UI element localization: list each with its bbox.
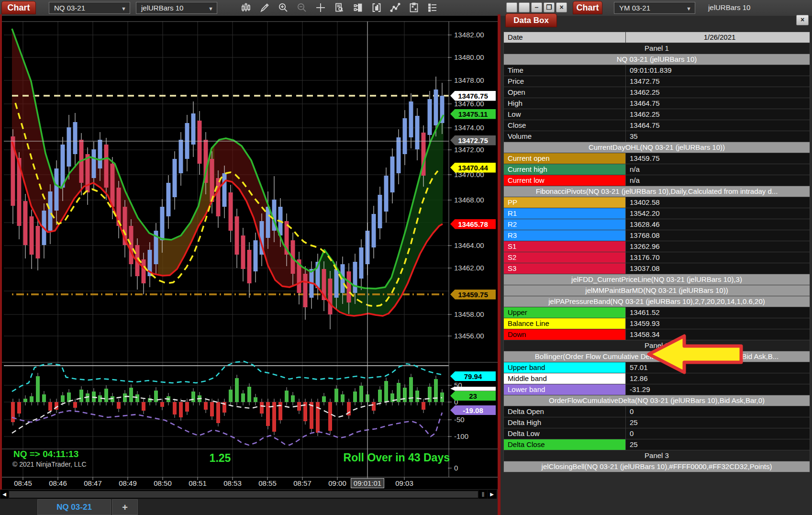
databox-row-label: R3 [504, 230, 625, 241]
databox-row: Open13462.25 [504, 87, 810, 98]
axis-tick-label: 13474.00 [454, 123, 494, 132]
session-countdown: NQ => 04:11:13 [13, 449, 78, 459]
databox-row-label: Delta High [504, 417, 625, 428]
databox-row: OrderFlowCumulativeDelta(NQ 03-21 (jelUR… [504, 395, 810, 406]
scroll-left-button[interactable]: ◀ [0, 490, 8, 499]
databox-row-value: 13542.20 [626, 208, 810, 219]
strategies-icon [408, 2, 420, 13]
draw-button[interactable] [257, 1, 272, 14]
zoom-in-button[interactable] [276, 1, 291, 14]
databox-row: Lower band-31.29 [504, 384, 810, 395]
databox-section-header: CurrentDayOHL(NQ 03-21 (jelURBars 10)) [504, 142, 810, 153]
databox-row-value: 09:01:01.839 [626, 65, 810, 76]
price-marker-tag: 13472.75 [450, 135, 496, 146]
strategies-button[interactable] [406, 1, 422, 14]
databox-row-value: 13628.46 [626, 219, 810, 230]
axis-tick-label: 13458.00 [454, 310, 494, 319]
databox-title-tab[interactable]: Data Box [505, 13, 557, 27]
window-minimize-button[interactable]: – [531, 2, 542, 12]
window-restore-button[interactable]: ❐ [544, 2, 555, 12]
add-tab-button[interactable]: + [112, 499, 138, 515]
databox-section-header: jelClosingBell(NQ 03-21 (jelURBars 10),#… [504, 461, 810, 472]
window-blank-1-button[interactable] [506, 2, 517, 12]
zoom-out-button[interactable] [294, 1, 310, 14]
time-axis-label: 08:50 [146, 479, 179, 487]
databox-row-value: 13462.25 [626, 87, 810, 98]
databox-row-label: Lower band [504, 384, 625, 395]
chart-scrollbar[interactable]: ◀ || ▶ [0, 490, 497, 499]
databox-row-value: 0 [626, 428, 810, 439]
databox-row-label: High [504, 98, 625, 109]
databox-row-value: n/a [626, 164, 810, 175]
databox-row-label: Middle band [504, 373, 625, 384]
databox-section-header: Panel 3 [504, 450, 810, 461]
databox-row: Panel 3 [504, 450, 810, 461]
tab-nq-03-21[interactable]: NQ 03-21 [37, 499, 111, 515]
window-blank-2-button[interactable] [519, 2, 530, 12]
databox-row: Delta Close25 [504, 439, 810, 450]
window-close-button[interactable]: × [556, 2, 567, 12]
bottom-tab-bar: NQ 03-21 + [0, 499, 498, 515]
bar-type-button[interactable] [369, 1, 384, 14]
databox-row-value: 13768.08 [626, 230, 810, 241]
rollover-warning: Roll Over in 43 Days [330, 451, 450, 464]
databox-row-label: Close [504, 120, 625, 131]
databox-row-label: Low [504, 109, 625, 120]
properties-button[interactable] [425, 1, 440, 14]
databox-row: PP13402.58 [504, 197, 810, 208]
price-marker-tag: 23 [450, 391, 496, 401]
axis-tick-label: 13476.00 [454, 100, 494, 108]
databox-row: S313037.08 [504, 263, 810, 274]
databox-section-header: OrderFlowCumulativeDelta(NQ 03-21 (jelUR… [504, 395, 810, 406]
databox-row-value: 13461.52 [626, 307, 810, 318]
scroll-grip[interactable]: || [479, 490, 487, 499]
axis-tick-label: 13464.00 [454, 241, 494, 250]
databox-row-label: Down [504, 329, 625, 340]
databox-row: FibonacciPivots(NQ 03-21 (jelURBars 10),… [504, 186, 810, 197]
instrument-value: NQ 03-21 [54, 4, 85, 12]
databox-row: Delta Low0 [504, 428, 810, 439]
crosshair-button[interactable] [313, 1, 328, 14]
databox-row-value: 25 [626, 439, 810, 450]
copyright-label: © 2021 NinjaTrader, LLC [12, 460, 87, 468]
databox-row-value: 25 [626, 417, 810, 428]
right-series-label: jelURBars 10 [708, 3, 750, 11]
axis-tick-label: 13456.00 [454, 332, 494, 340]
time-axis-label: 08:46 [41, 479, 75, 487]
axis-tick-label: 13478.00 [454, 76, 494, 85]
databox-close-button[interactable]: × [796, 15, 809, 25]
instrument-select[interactable]: NQ 03-21 ▼ [49, 2, 130, 14]
databox-row: Delta High25 [504, 417, 810, 428]
left-chart-window-tab[interactable]: Chart [1, 1, 36, 14]
databox-row-label: Upper band [504, 362, 625, 373]
series-select[interactable]: jelURBars 10 ▼ [136, 2, 217, 14]
databox-section-header: jelPAPressureBand(NQ 03-21 (jelURBars 10… [504, 296, 810, 307]
time-axis-label: 08:45 [6, 479, 40, 487]
scroll-thumb[interactable] [9, 491, 478, 498]
time-axis-label: 08:55 [251, 479, 284, 487]
scroll-right-button[interactable]: ▶ [488, 490, 496, 499]
chart-style-button[interactable] [238, 1, 254, 14]
databox-row-label: Balance Line [504, 318, 625, 329]
panel-button[interactable] [350, 1, 366, 14]
databox-row-label: Current high [504, 164, 625, 175]
time-axis-label: 09:00 [321, 479, 354, 487]
databox-row-label: S3 [504, 263, 625, 274]
series-value: jelURBars 10 [141, 4, 183, 12]
data-series-button[interactable] [332, 1, 347, 14]
time-axis-label: 08:53 [216, 479, 249, 487]
databox-row-label: Price [504, 76, 625, 87]
axis-tick-label: 13462.00 [454, 264, 494, 272]
databox-row-value: 1/26/2021 [626, 32, 810, 43]
databox-row-value: 13402.58 [626, 197, 810, 208]
indicators-button[interactable] [388, 1, 403, 14]
time-axis-label: 08:57 [286, 479, 319, 487]
right-instrument-select[interactable]: YM 03-21 ▼ [614, 2, 695, 14]
right-chart-window-tab[interactable]: Chart [573, 1, 602, 14]
databox-row-label: S2 [504, 252, 625, 263]
panel-icon [352, 2, 364, 13]
databox-row-label: Current open [504, 153, 625, 164]
databox-row: Low13462.25 [504, 109, 810, 120]
window-border-left [0, 14, 2, 515]
price-marker-tag: 13476.75 [450, 91, 496, 101]
